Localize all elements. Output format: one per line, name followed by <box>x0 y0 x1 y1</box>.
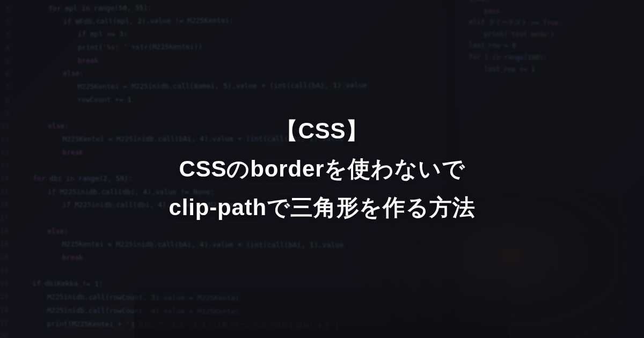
title-line-1: 【CSS】 <box>275 112 369 150</box>
title-line-2: CSSのborderを使わないで <box>179 150 465 188</box>
title-overlay: 【CSS】 CSSのborderを使わないで clip-pathで三角形を作る方… <box>0 0 644 338</box>
title-line-3: clip-pathで三角形を作る方法 <box>169 188 475 226</box>
